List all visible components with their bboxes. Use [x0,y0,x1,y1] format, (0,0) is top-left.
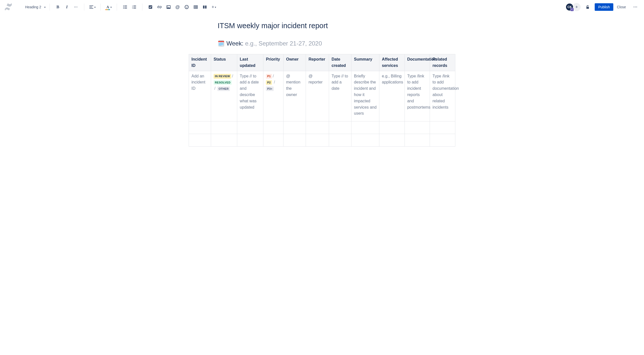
cell-incident-id[interactable]: Add an incident ID [189,71,211,121]
more-formatting-button[interactable]: ··· [72,3,80,11]
text-style-selector[interactable]: Heading 2 ▾ [23,3,48,11]
cell-reporter[interactable]: @ reporter [306,71,329,121]
cell-empty[interactable] [211,134,237,147]
week-heading[interactable]: 🗓️ Week: e.g., September 21-27, 2020 [218,40,455,47]
cell-empty[interactable] [405,121,430,134]
confluence-logo [5,3,12,11]
cell-empty[interactable] [351,121,379,134]
cell-empty[interactable] [306,134,329,147]
bold-button[interactable]: B [54,3,62,11]
separator [100,4,101,11]
separator [50,4,50,11]
italic-button[interactable]: I [63,3,71,11]
incident-table[interactable]: Incident ID Status Last updated Priority… [189,54,455,147]
cell-summary[interactable]: Briefly describe the incident and how it… [351,71,379,121]
th-status[interactable]: Status [211,54,237,71]
cell-related[interactable]: Type /link to add documentation about re… [430,71,455,121]
th-documentation[interactable]: Documentation [405,54,430,71]
priority-p2-lozenge: P2 [266,80,272,85]
numbered-list-button[interactable]: 123 [130,3,138,11]
add-collaborator-button[interactable]: + [573,3,581,11]
svg-point-0 [123,6,124,6]
slash: / [274,80,275,84]
bullet-list-button[interactable] [121,3,129,11]
separator [84,4,84,11]
status-in-review-lozenge: IN REVIEW [214,74,231,78]
cell-empty[interactable] [284,121,306,134]
cell-last-updated[interactable]: Type // to add a date and describe what … [237,71,263,121]
cell-empty[interactable] [263,121,284,134]
cell-empty[interactable] [379,134,405,147]
cell-empty[interactable] [263,134,284,147]
svg-rect-12 [194,6,197,9]
table-button[interactable] [192,3,200,11]
cell-owner[interactable]: @ mention the owner [284,71,306,121]
svg-point-10 [186,6,186,7]
cell-empty[interactable] [379,121,405,134]
cell-date-created[interactable]: Type // to add a date [329,71,351,121]
svg-point-9 [185,5,188,9]
emoji-button[interactable] [183,3,191,11]
cell-affected[interactable]: e.g., Billing applications [379,71,405,121]
cell-empty[interactable] [189,121,211,134]
align-button[interactable]: ▾ [88,3,96,11]
cell-empty[interactable] [211,121,237,134]
action-item-button[interactable] [146,3,154,11]
chevron-down-icon: ▾ [110,6,112,9]
cell-empty[interactable] [430,134,455,147]
more-actions-button[interactable]: ··· [631,3,639,11]
page-title[interactable]: ITSM weekly major incident report [218,22,455,30]
link-button[interactable] [155,3,164,11]
th-incident-id[interactable]: Incident ID [189,54,211,71]
th-date-created[interactable]: Date created [329,54,351,71]
mention-button[interactable]: @ [174,3,182,11]
slash: / [232,74,233,78]
cell-empty[interactable] [329,121,351,134]
cell-documentation[interactable]: Type /link to add incident reports and p… [405,71,430,121]
chevron-down-icon: ▾ [94,6,96,9]
th-reporter[interactable]: Reporter [306,54,329,71]
svg-point-8 [168,6,168,7]
cell-empty[interactable] [405,134,430,147]
cell-empty[interactable] [237,121,263,134]
cell-priority[interactable]: P1/ P2 / P3+ [263,71,284,121]
table-row-empty[interactable] [189,121,455,134]
th-owner[interactable]: Owner [284,54,306,71]
table-row[interactable]: Add an incident ID IN REVIEW/ RESOLVED /… [189,71,455,121]
priority-p3-lozenge: P3+ [266,86,274,91]
text-color-button[interactable]: A ▾ [105,3,113,11]
week-label: Week: [226,40,244,47]
th-priority[interactable]: Priority [263,54,284,71]
image-button[interactable] [165,3,173,11]
calendar-icon: 🗓️ [218,40,224,47]
insert-more-button[interactable]: +▾ [210,3,218,11]
status-resolved-lozenge: RESOLVED [214,80,232,85]
th-affected[interactable]: Affected services [379,54,405,71]
th-last-updated[interactable]: Last updated [237,54,263,71]
editor-content[interactable]: ITSM weekly major incident report 🗓️ Wee… [184,14,460,162]
table-header-row: Incident ID Status Last updated Priority… [189,54,455,71]
avatar-ck[interactable]: CK C [566,3,574,11]
th-related[interactable]: Related records [430,54,455,71]
avatar-badge: C [570,8,574,11]
cell-empty[interactable] [237,134,263,147]
cell-empty[interactable] [329,134,351,147]
cell-status[interactable]: IN REVIEW/ RESOLVED / OTHER [211,71,237,121]
cell-empty[interactable] [430,121,455,134]
cell-empty[interactable] [351,134,379,147]
publish-button[interactable]: Publish [595,3,613,11]
table-row-empty[interactable] [189,134,455,147]
svg-text:3: 3 [132,8,133,9]
cell-empty[interactable] [189,134,211,147]
th-summary[interactable]: Summary [351,54,379,71]
restrictions-button[interactable] [584,3,592,11]
cell-empty[interactable] [284,134,306,147]
svg-rect-14 [205,6,207,9]
cell-empty[interactable] [306,121,329,134]
close-button[interactable]: Close [614,3,629,11]
slash: / [273,74,274,78]
slash: / [214,86,215,91]
chevron-down-icon: ▾ [215,6,216,9]
layouts-button[interactable] [201,3,209,11]
collaborators: CK C + [566,3,581,11]
